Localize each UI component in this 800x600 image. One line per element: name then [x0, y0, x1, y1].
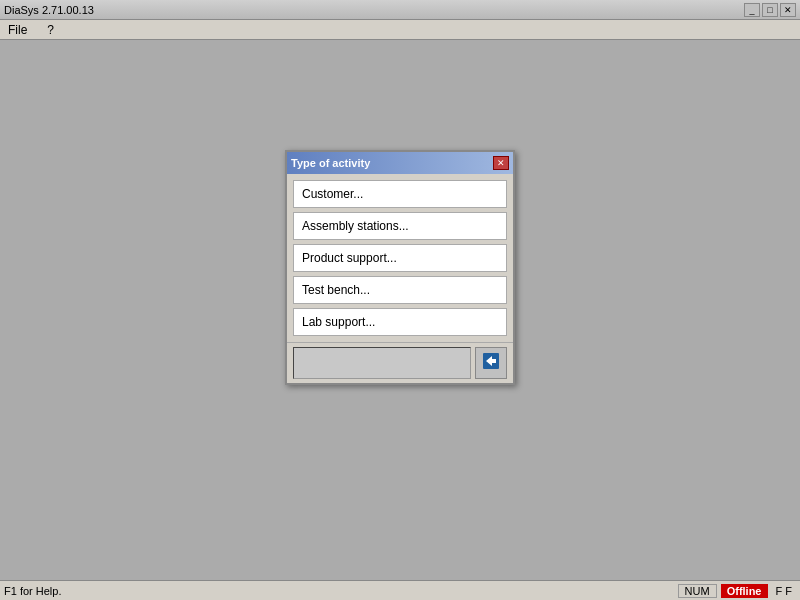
- app-title: DiaSys 2.71.00.13: [4, 4, 94, 16]
- ok-button[interactable]: [475, 347, 507, 379]
- main-area: SD Type of activity ✕ Customer... Assemb…: [0, 40, 800, 580]
- status-help-text: F1 for Help.: [4, 585, 61, 597]
- ok-icon: [481, 351, 501, 376]
- list-item-assembly-stations[interactable]: Assembly stations...: [293, 212, 507, 240]
- status-bar: F1 for Help. NUM Offline F F: [0, 580, 800, 600]
- maximize-button[interactable]: □: [762, 3, 778, 17]
- dialog-close-button[interactable]: ✕: [493, 156, 509, 170]
- close-button[interactable]: ✕: [780, 3, 796, 17]
- dialog-body: Customer... Assembly stations... Product…: [287, 174, 513, 342]
- menu-help[interactable]: ?: [43, 21, 58, 39]
- title-bar-left: DiaSys 2.71.00.13: [4, 4, 94, 16]
- title-bar-controls: _ □ ✕: [744, 3, 796, 17]
- list-item-customer[interactable]: Customer...: [293, 180, 507, 208]
- list-item-lab-support[interactable]: Lab support...: [293, 308, 507, 336]
- menu-bar: File ?: [0, 20, 800, 40]
- dialog-footer: [287, 342, 513, 383]
- status-offline: Offline: [721, 584, 768, 598]
- status-num: NUM: [678, 584, 717, 598]
- ok-svg-icon: [481, 351, 501, 371]
- status-ff: F F: [772, 585, 797, 597]
- list-item-test-bench[interactable]: Test bench...: [293, 276, 507, 304]
- minimize-button[interactable]: _: [744, 3, 760, 17]
- list-item-product-support[interactable]: Product support...: [293, 244, 507, 272]
- dialog-title-bar: Type of activity ✕: [287, 152, 513, 174]
- status-right: NUM Offline F F: [678, 584, 796, 598]
- dialog-title: Type of activity: [291, 157, 370, 169]
- title-bar: DiaSys 2.71.00.13 _ □ ✕: [0, 0, 800, 20]
- type-of-activity-dialog: Type of activity ✕ Customer... Assembly …: [285, 150, 515, 385]
- dialog-footer-area: [293, 347, 471, 379]
- menu-file[interactable]: File: [4, 21, 31, 39]
